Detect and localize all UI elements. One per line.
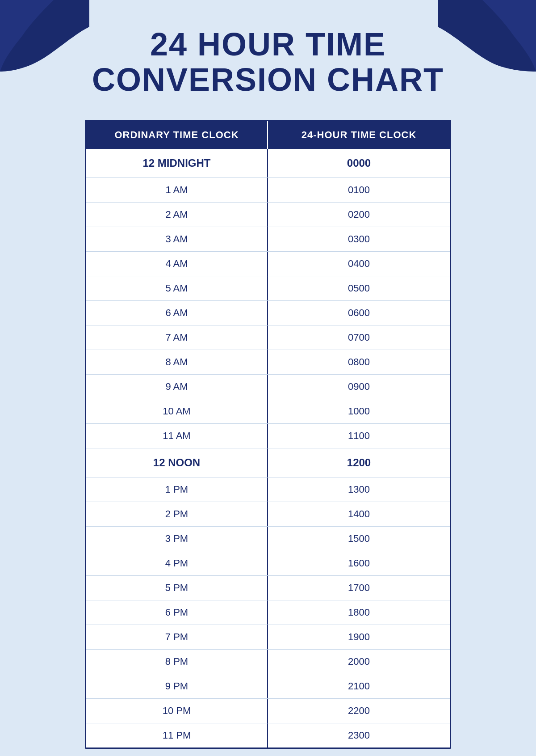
military-time-cell: 0400 (268, 252, 450, 276)
military-time-cell: 1800 (268, 600, 450, 625)
table-row: 8 PM2000 (86, 650, 450, 674)
ordinary-time-cell: 7 PM (86, 625, 268, 649)
ordinary-time-cell: 2 AM (86, 203, 268, 227)
military-time-cell: 1700 (268, 576, 450, 600)
military-time-cell: 1400 (268, 502, 450, 526)
table-row: 5 PM1700 (86, 576, 450, 600)
military-time-cell: 2100 (268, 674, 450, 698)
ordinary-time-cell: 9 PM (86, 674, 268, 698)
table-row: 10 AM1000 (86, 399, 450, 424)
ordinary-time-cell: 6 AM (86, 301, 268, 325)
conversion-table: ORDINARY TIME CLOCK 24-HOUR TIME CLOCK 1… (85, 120, 451, 749)
military-time-cell: 1000 (268, 399, 450, 423)
table-body: 12 MIDNIGHT00001 AM01002 AM02003 AM03004… (86, 149, 450, 748)
table-row: 7 AM0700 (86, 325, 450, 350)
ordinary-time-cell: 4 PM (86, 551, 268, 575)
ordinary-time-cell: 12 NOON (86, 448, 268, 477)
ordinary-time-cell: 8 PM (86, 650, 268, 674)
page-wrapper: 24 HOUR TIME CONVERSION CHART ORDINARY T… (0, 0, 536, 756)
table-row: 8 AM0800 (86, 350, 450, 375)
ordinary-time-cell: 1 AM (86, 178, 268, 202)
table-header: ORDINARY TIME CLOCK 24-HOUR TIME CLOCK (86, 121, 450, 149)
military-time-cell: 1900 (268, 625, 450, 649)
military-time-cell: 0600 (268, 301, 450, 325)
military-time-cell: 2000 (268, 650, 450, 674)
table-row: 6 AM0600 (86, 301, 450, 325)
ordinary-time-cell: 5 PM (86, 576, 268, 600)
ordinary-time-cell: 11 AM (86, 424, 268, 448)
table-row: 6 PM1800 (86, 600, 450, 625)
military-time-cell: 0900 (268, 375, 450, 399)
table-row: 4 AM0400 (86, 252, 450, 276)
military-time-cell: 1600 (268, 551, 450, 575)
military-time-cell: 0300 (268, 227, 450, 251)
table-row: 5 AM0500 (86, 276, 450, 301)
military-time-cell: 1200 (268, 448, 450, 477)
ordinary-time-cell: 9 AM (86, 375, 268, 399)
ordinary-time-cell: 8 AM (86, 350, 268, 374)
military-time-cell: 0700 (268, 325, 450, 350)
table-row: 12 NOON1200 (86, 448, 450, 477)
header-ordinary-time: ORDINARY TIME CLOCK (86, 121, 268, 149)
table-row: 1 AM0100 (86, 178, 450, 203)
ordinary-time-cell: 3 AM (86, 227, 268, 251)
military-time-cell: 0500 (268, 276, 450, 300)
header-24hour-time: 24-HOUR TIME CLOCK (268, 121, 450, 149)
ordinary-time-cell: 2 PM (86, 502, 268, 526)
military-time-cell: 1500 (268, 527, 450, 551)
table-row: 10 PM2200 (86, 699, 450, 723)
ordinary-time-cell: 12 MIDNIGHT (86, 149, 268, 177)
ordinary-time-cell: 11 PM (86, 723, 268, 748)
military-time-cell: 1100 (268, 424, 450, 448)
table-row: 7 PM1900 (86, 625, 450, 650)
table-row: 2 AM0200 (86, 203, 450, 227)
table-row: 9 PM2100 (86, 674, 450, 699)
military-time-cell: 0100 (268, 178, 450, 202)
ordinary-time-cell: 10 PM (86, 699, 268, 723)
table-row: 3 AM0300 (86, 227, 450, 252)
ordinary-time-cell: 7 AM (86, 325, 268, 350)
military-time-cell: 0800 (268, 350, 450, 374)
table-row: 11 AM1100 (86, 424, 450, 448)
military-time-cell: 2200 (268, 699, 450, 723)
ordinary-time-cell: 5 AM (86, 276, 268, 300)
title-section: 24 HOUR TIME CONVERSION CHART (56, 27, 480, 97)
table-row: 11 PM2300 (86, 723, 450, 748)
table-row: 1 PM1300 (86, 477, 450, 502)
table-row: 4 PM1600 (86, 551, 450, 576)
ordinary-time-cell: 4 AM (86, 252, 268, 276)
military-time-cell: 1300 (268, 477, 450, 502)
military-time-cell: 0200 (268, 203, 450, 227)
table-row: 9 AM0900 (86, 375, 450, 399)
ordinary-time-cell: 6 PM (86, 600, 268, 625)
ordinary-time-cell: 3 PM (86, 527, 268, 551)
ordinary-time-cell: 1 PM (86, 477, 268, 502)
table-row: 3 PM1500 (86, 527, 450, 551)
table-row: 2 PM1400 (86, 502, 450, 527)
ordinary-time-cell: 10 AM (86, 399, 268, 423)
page-title: 24 HOUR TIME CONVERSION CHART (92, 27, 444, 97)
military-time-cell: 0000 (268, 149, 450, 177)
military-time-cell: 2300 (268, 723, 450, 748)
table-row: 12 MIDNIGHT0000 (86, 149, 450, 178)
